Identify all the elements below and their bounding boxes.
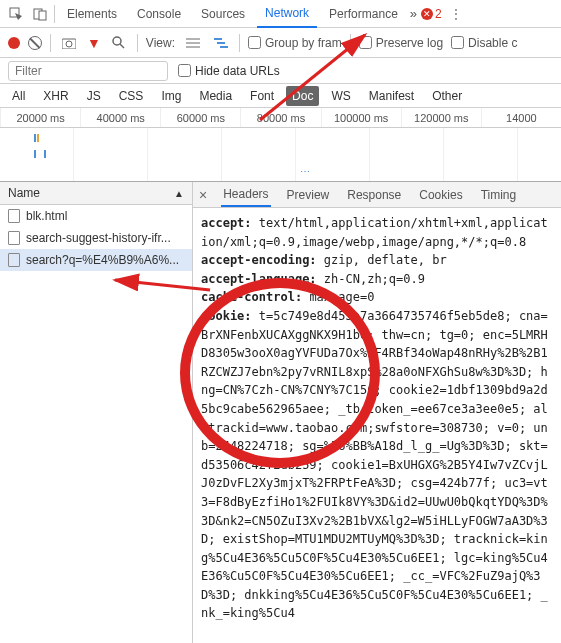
file-icon [8,231,20,245]
inspect-icon[interactable] [6,4,26,24]
type-media[interactable]: Media [193,86,238,106]
disable-cache-input[interactable] [451,36,464,49]
header-value: max-age=0 [302,290,374,304]
disable-cache-label: Disable c [468,36,517,50]
separator [54,5,55,23]
filter-bar: Hide data URLs [0,58,561,84]
timeline-tick: 60000 ms [160,108,240,127]
request-row[interactable]: blk.html [0,205,192,227]
tab-sources[interactable]: Sources [193,1,253,27]
svg-rect-2 [39,11,46,20]
header-key: accept-encoding: [201,253,317,267]
more-tabs-icon[interactable]: » [410,6,417,21]
header-key: accept-language: [201,272,317,286]
group-by-frame-checkbox[interactable]: Group by fram [248,36,342,50]
type-font[interactable]: Font [244,86,280,106]
type-all[interactable]: All [6,86,31,106]
timeline-tick: 20000 ms [0,108,80,127]
tab-elements[interactable]: Elements [59,1,125,27]
error-icon: ✕ [421,8,433,20]
timeline-tick: 100000 ms [321,108,401,127]
search-icon[interactable] [109,33,129,53]
header-key: cache-control: [201,290,302,304]
header-value: text/html,application/xhtml+xml,applicat… [201,216,548,249]
name-header-label: Name [8,186,40,200]
preserve-log-label: Preserve log [376,36,443,50]
close-detail-icon[interactable]: × [199,187,207,203]
error-count: 2 [435,7,442,21]
file-icon [8,253,20,267]
group-by-frame-input[interactable] [248,36,261,49]
type-css[interactable]: CSS [113,86,150,106]
timeline-overview[interactable]: ⋯ [0,128,561,182]
timeline-loading-icon: ⋯ [300,166,312,177]
svg-rect-12 [220,46,228,48]
timeline-tick: 120000 ms [401,108,481,127]
hide-data-urls-checkbox[interactable]: Hide data URLs [178,64,280,78]
type-filter-row: All XHR JS CSS Img Media Font Doc WS Man… [0,84,561,108]
detail-tab-timing[interactable]: Timing [479,184,519,206]
capture-screenshot-icon[interactable] [59,33,79,53]
sort-asc-icon: ▲ [174,188,184,199]
request-detail-panel: × Headers Preview Response Cookies Timin… [193,182,561,643]
type-other[interactable]: Other [426,86,468,106]
record-button[interactable] [8,37,20,49]
timeline-tick: 14000 [481,108,561,127]
type-manifest[interactable]: Manifest [363,86,420,106]
tab-console[interactable]: Console [129,1,189,27]
group-by-frame-label: Group by fram [265,36,342,50]
request-row[interactable]: search?q=%E4%B9%A6%... [0,249,192,271]
type-xhr[interactable]: XHR [37,86,74,106]
tab-network[interactable]: Network [257,0,317,28]
filter-input[interactable] [8,61,168,81]
header-value: t=5c749e8d453e7a3664735746f5eb5de8; cna=… [201,309,548,621]
filter-icon[interactable]: ▼ [87,35,101,51]
svg-point-4 [66,41,72,47]
header-key: cookie: [201,309,252,323]
detail-tab-headers[interactable]: Headers [221,183,270,207]
hide-data-urls-input[interactable] [178,64,191,77]
preserve-log-checkbox[interactable]: Preserve log [359,36,443,50]
devtools-tabs: Elements Console Sources Network Perform… [0,0,561,28]
timeline-tick: 80000 ms [240,108,320,127]
type-img[interactable]: Img [155,86,187,106]
header-value: zh-CN,zh;q=0.9 [317,272,425,286]
detail-tab-preview[interactable]: Preview [285,184,332,206]
detail-tab-response[interactable]: Response [345,184,403,206]
network-toolbar: ▼ View: Group by fram Preserve log Disab… [0,28,561,58]
timeline-tick: 40000 ms [80,108,160,127]
request-list: blk.html search-suggest-history-ifr... s… [0,205,192,271]
type-doc[interactable]: Doc [286,86,319,106]
request-name-column: Name ▲ blk.html search-suggest-history-i… [0,182,193,643]
timeline-header: 20000 ms 40000 ms 60000 ms 80000 ms 1000… [0,108,561,128]
preserve-log-input[interactable] [359,36,372,49]
header-value: gzip, deflate, br [317,253,447,267]
lower-panel: Name ▲ blk.html search-suggest-history-i… [0,182,561,643]
separator [239,34,240,52]
clear-button[interactable] [28,36,42,50]
type-js[interactable]: JS [81,86,107,106]
svg-rect-11 [217,42,225,44]
error-count-badge[interactable]: ✕ 2 [421,7,442,21]
separator [350,34,351,52]
headers-content[interactable]: accept: text/html,application/xhtml+xml,… [193,208,561,643]
view-waterfall-icon[interactable] [211,33,231,53]
request-name: search-suggest-history-ifr... [26,231,171,245]
view-label: View: [146,36,175,50]
hide-data-urls-label: Hide data URLs [195,64,280,78]
separator [50,34,51,52]
timeline-bar [44,150,46,158]
view-list-icon[interactable] [183,33,203,53]
name-column-header[interactable]: Name ▲ [0,182,192,205]
request-name: blk.html [26,209,67,223]
svg-line-6 [120,44,124,48]
separator [137,34,138,52]
type-ws[interactable]: WS [325,86,356,106]
device-toggle-icon[interactable] [30,4,50,24]
disable-cache-checkbox[interactable]: Disable c [451,36,517,50]
tab-performance[interactable]: Performance [321,1,406,27]
detail-tab-cookies[interactable]: Cookies [417,184,464,206]
settings-menu-icon[interactable]: ⋮ [446,4,466,24]
request-row[interactable]: search-suggest-history-ifr... [0,227,192,249]
timeline-bar [37,134,39,142]
